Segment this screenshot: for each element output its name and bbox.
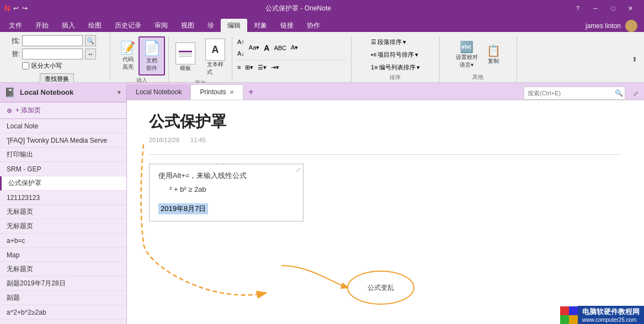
modify-group: 模板 A 文本样式 更改 xyxy=(169,36,232,82)
align-left-button[interactable]: ≡ xyxy=(236,62,242,73)
page-item-formula2[interactable]: a^2+b^2≥2ab xyxy=(0,305,126,320)
page-item-subtitle[interactable]: 副题 xyxy=(0,291,126,305)
resize-handle-icon[interactable]: ⤢ xyxy=(296,166,301,174)
font-size-increase-button[interactable]: A↑ xyxy=(236,36,246,47)
font-size-decrease-button[interactable]: A↓ xyxy=(236,48,246,59)
add-page-button[interactable]: ⊕ + 添加页 xyxy=(0,102,126,119)
page-item-aplusb[interactable]: a+b=c xyxy=(0,234,126,248)
text-style-button[interactable]: A 文本样式 xyxy=(202,36,228,78)
maximize-button[interactable]: □ xyxy=(604,0,622,17)
paragraph-sort-button[interactable]: ☰ 段落排序 ▾ xyxy=(369,36,408,47)
tab-review[interactable]: 审阅 xyxy=(148,19,174,32)
spell-check-icon: 🔤 xyxy=(460,40,473,53)
page-item-121[interactable]: 121123123 xyxy=(0,191,126,205)
tab-view[interactable]: 视图 xyxy=(174,19,201,32)
template-button[interactable]: 模板 xyxy=(172,40,199,74)
case-sensitive-label: 区分大小写 xyxy=(31,62,62,70)
case-sensitive-checkbox[interactable] xyxy=(22,62,29,69)
note-date-highlight: 2019年8月7日 xyxy=(158,203,208,214)
tab-draw[interactable]: 绘图 xyxy=(82,19,108,32)
content-search-input[interactable] xyxy=(524,87,613,99)
minimize-button[interactable]: ─ xyxy=(587,0,604,17)
window-title: 公式保护罩 - OneNote xyxy=(265,4,331,13)
window-controls: ? ─ □ ✕ xyxy=(569,0,640,17)
title-bar: N ↩ ↪ 公式保护罩 - OneNote ? ─ □ ✕ xyxy=(0,0,644,17)
tab-link[interactable]: 链接 xyxy=(274,19,300,32)
page-item-srm[interactable]: SRM - GEP xyxy=(0,162,126,176)
sidebar-pages: Local Note '[FAQ] Twonky DLNA Media Serv… xyxy=(0,119,126,324)
watermark-line2: www.computer26.com xyxy=(582,317,640,323)
indent-button[interactable]: ⇥▾ xyxy=(269,62,281,73)
tab-bar: Local Notebook Printouts ✕ + 🔍 ⤢ xyxy=(127,83,644,100)
user-menu[interactable]: james linton xyxy=(586,22,621,30)
tab-object[interactable]: 对象 xyxy=(247,19,274,32)
expand-button[interactable]: ⤢ xyxy=(630,88,642,100)
code-highlight-button[interactable]: 📝 代码高亮 xyxy=(118,39,137,72)
page-item-untitled1[interactable]: 无标题页 xyxy=(0,205,126,219)
redo-icon[interactable]: ↪ xyxy=(22,4,28,12)
font-special-button[interactable]: A xyxy=(262,42,271,53)
page-content: 公式保护罩 2018/12/28 11:45 · · · · ⤢ 使用Alt+=… xyxy=(127,100,644,324)
user-avatar[interactable] xyxy=(625,20,637,32)
text-color-button[interactable]: A▾ xyxy=(289,42,300,53)
other-group: 🔤 设置校对语言▾ 📋 复制 其他 xyxy=(440,36,517,82)
content-search-button[interactable]: 🔍 xyxy=(613,87,625,99)
list-sort-button[interactable]: •≡ 项目符号排序 ▾ xyxy=(369,49,420,60)
tab-printouts[interactable]: Printouts ✕ xyxy=(190,84,243,100)
spell-check-button[interactable]: 🔤 设置校对语言▾ xyxy=(454,39,480,71)
note-box[interactable]: · · · · ⤢ 使用Alt+=，来输入线性公式 ² + b² ≥ 2ab 2… xyxy=(149,164,304,222)
page-item-untitled3[interactable]: 无标题页 xyxy=(0,262,126,277)
onenote-logo-icon: N xyxy=(4,4,10,13)
find-button[interactable]: 🔍 xyxy=(85,35,96,46)
find-input[interactable] xyxy=(22,35,83,46)
tab-local-notebook[interactable]: Local Notebook xyxy=(127,84,190,100)
toolbar: 找: 🔍 替: ↔ 区分大小写 查找替换 📝 代码高亮 xyxy=(0,32,644,83)
watermark-line1: 电脑软硬件教程网 xyxy=(582,307,640,317)
page-item-local-note[interactable]: Local Note xyxy=(0,119,126,133)
replace-button[interactable]: ↔ xyxy=(85,48,96,60)
notebook-icon: 📓 xyxy=(4,87,15,98)
undo-icon[interactable]: ↩ xyxy=(13,4,19,12)
replace-input[interactable] xyxy=(22,48,83,60)
align-col-button[interactable]: ⊞▾ xyxy=(243,62,255,73)
copy-button[interactable]: 📋 复制 xyxy=(485,42,503,67)
tab-collaborate[interactable]: 协作 xyxy=(300,19,327,32)
tab-insert[interactable]: 插入 xyxy=(55,19,82,32)
doc-parts-button[interactable]: 📄 文档部件 xyxy=(139,36,165,75)
notebook-chevron-icon[interactable]: ▼ xyxy=(116,89,122,95)
note-text: 使用Alt+=，来输入线性公式 xyxy=(158,171,294,181)
page-time-value: 11:45 xyxy=(190,137,206,143)
tab-edit[interactable]: 编辑 xyxy=(221,19,247,32)
page-date-value: 2018/12/28 xyxy=(149,137,179,143)
font-aa-button[interactable]: Aa▾ xyxy=(247,42,261,53)
add-tab-button[interactable]: + xyxy=(243,84,259,100)
numbered-sort-button[interactable]: 1≡ 编号列表排序 ▾ xyxy=(369,62,422,73)
tab-file[interactable]: 文件 xyxy=(2,19,29,32)
notebook-header[interactable]: 📓 Local Notebook ▼ xyxy=(0,83,126,102)
other-group-label: 其他 xyxy=(472,72,483,82)
font-abc-button[interactable]: ABC xyxy=(272,42,288,53)
page-item-untitled2[interactable]: 无标题页 xyxy=(0,219,126,234)
close-tab-icon[interactable]: ✕ xyxy=(230,89,234,95)
copy-icon: 📋 xyxy=(487,44,501,57)
ribbon-tabs: 文件 开始 插入 绘图 历史记录 审阅 视图 珍 编辑 对象 链接 协作 jam… xyxy=(0,17,644,32)
close-button[interactable]: ✕ xyxy=(622,0,640,17)
bullets-button[interactable]: ☰▾ xyxy=(256,62,268,73)
tab-history[interactable]: 历史记录 xyxy=(108,19,148,32)
tab-home[interactable]: 开始 xyxy=(29,19,55,32)
sort-group: ☰ 段落排序 ▾ •≡ 项目符号排序 ▾ 1≡ 编号列表排序 ▾ 排序 xyxy=(352,36,440,82)
page-item-map[interactable]: Map xyxy=(0,248,126,262)
page-item-faq[interactable]: '[FAQ] Twonky DLNA Media Serve xyxy=(0,133,126,148)
doc-parts-icon: 📄 xyxy=(143,40,161,57)
page-item-formula[interactable]: 公式保护罩 xyxy=(0,176,126,191)
page-item-subtitle-date[interactable]: 副题2019年7月28日 xyxy=(0,277,126,291)
page-item-print[interactable]: 打印输出 xyxy=(0,148,126,162)
svg-point-0 xyxy=(348,271,414,304)
sort-group-label: 排序 xyxy=(390,73,401,83)
tab-rare[interactable]: 珍 xyxy=(201,19,221,32)
tab-printouts-label: Printouts xyxy=(200,88,226,96)
collapse-ribbon-button[interactable]: ⬆ xyxy=(632,56,637,63)
help-button[interactable]: ? xyxy=(569,0,587,17)
page-title: 公式保护罩 xyxy=(149,111,622,132)
page-divider xyxy=(149,154,622,155)
